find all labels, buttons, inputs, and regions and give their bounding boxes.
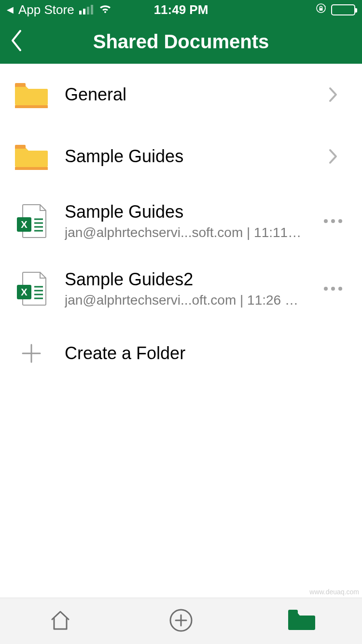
tab-files[interactable]: [241, 598, 362, 644]
file-title: Sample Guides: [65, 202, 302, 222]
chevron-right-icon: [319, 86, 348, 103]
nav-bar: Shared Documents: [0, 19, 362, 64]
folder-title: Sample Guides: [65, 146, 302, 167]
create-folder-button[interactable]: Create a Folder: [0, 322, 362, 384]
tab-bar: [0, 598, 362, 644]
folder-icon: [14, 81, 48, 108]
tab-home[interactable]: [0, 598, 121, 644]
folder-tab-icon: [288, 610, 315, 633]
chevron-right-icon: [319, 148, 348, 165]
folder-row[interactable]: Sample Guides: [0, 126, 362, 187]
excel-file-icon: X: [14, 271, 48, 306]
folder-icon: [14, 143, 48, 170]
wifi-icon: [98, 2, 112, 17]
file-subtitle: jan@alphrtechservi...soft.com | 11:11 PM: [65, 225, 302, 240]
back-triangle-icon[interactable]: ◀: [7, 4, 14, 15]
svg-rect-3: [15, 167, 48, 170]
back-to-app-label[interactable]: App Store: [18, 2, 74, 17]
plus-circle-icon: [168, 608, 194, 635]
file-subtitle: jan@alphrtechservi...oft.com | 11:26 PM: [65, 293, 302, 308]
tab-new[interactable]: [121, 598, 241, 644]
plus-icon: [14, 342, 48, 365]
file-row[interactable]: X Sample Guides2 jan@alphrtechservi...of…: [0, 255, 362, 322]
svg-text:X: X: [21, 219, 28, 230]
excel-file-icon: X: [14, 204, 48, 238]
content-list: General Sample Guides X: [0, 64, 362, 598]
svg-rect-1: [320, 8, 323, 11]
status-bar-right: [316, 3, 355, 16]
file-title: Sample Guides2: [65, 269, 302, 290]
more-options-button[interactable]: [319, 287, 348, 291]
folder-row[interactable]: General: [0, 64, 362, 126]
home-icon: [48, 609, 72, 634]
ellipsis-icon: [324, 287, 342, 291]
orientation-lock-icon: [316, 3, 326, 16]
status-bar: ◀ App Store 11:49 PM: [0, 0, 362, 19]
page-title: Shared Documents: [0, 31, 362, 53]
cell-signal-icon: [79, 5, 93, 14]
status-bar-left: ◀ App Store: [7, 2, 112, 17]
svg-text:X: X: [21, 287, 28, 297]
folder-title: General: [65, 84, 302, 105]
battery-icon: [331, 4, 355, 15]
create-folder-label: Create a Folder: [65, 343, 302, 364]
ellipsis-icon: [324, 219, 342, 223]
file-row[interactable]: X Sample Guides jan@alphrtechservi...sof…: [0, 187, 362, 255]
more-options-button[interactable]: [319, 219, 348, 223]
svg-rect-2: [15, 105, 48, 108]
